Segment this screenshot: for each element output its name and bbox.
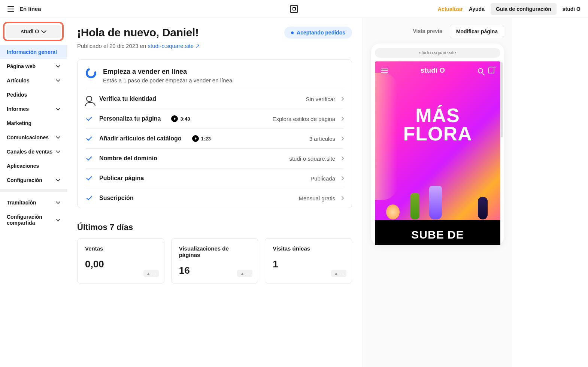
chevron-down-icon	[56, 78, 60, 82]
task-row[interactable]: SuscripciónMensual gratis	[86, 188, 343, 208]
preview-panel: Vista previa Modificar página studi-o.sq…	[363, 18, 512, 367]
task-row[interactable]: Nombre del dominiostudi-o.square.site	[86, 148, 343, 168]
stats-heading: Últimos 7 días	[77, 222, 352, 232]
sidebar-item-0[interactable]: Información general	[0, 45, 67, 59]
sidebar-item-label: Información general	[7, 49, 57, 55]
chevron-down-icon	[56, 200, 60, 204]
topbar: En línea Actualizar Ayuda Guía de config…	[0, 0, 588, 18]
task-meta: 3 artículos	[309, 136, 335, 142]
chevron-down-icon	[56, 217, 60, 221]
hero-decoration	[429, 186, 442, 219]
order-status-label: Aceptando pedidos	[297, 30, 345, 36]
task-title: Añadir artículos del catálogo	[99, 135, 182, 142]
task-title: Publicar página	[99, 175, 144, 182]
stat-card[interactable]: Visitas únicas1▲ —	[265, 238, 352, 283]
site-switcher[interactable]: studi O	[6, 25, 61, 38]
stat-label: Ventas	[85, 245, 157, 252]
site-url-link[interactable]: studi-o.square.site ↗	[148, 43, 200, 49]
sidebar-item-label: Marketing	[7, 120, 31, 126]
site-hero[interactable]: studi O MÁS FLORA SUBE DE	[375, 61, 500, 245]
external-link-icon: ↗	[195, 43, 200, 49]
topbar-left: En línea	[7, 6, 41, 12]
preview-scrollbar[interactable]	[501, 62, 503, 137]
check-icon	[86, 194, 92, 200]
chevron-down-icon	[41, 28, 46, 33]
search-icon[interactable]	[478, 68, 483, 73]
preview-url: studi-o.square.site	[375, 48, 500, 58]
onboarding-title: Empieza a vender en línea	[103, 68, 234, 76]
sidebar-item-4[interactable]: Informes	[0, 102, 67, 116]
sidebar-item-8[interactable]: Aplicaciones	[0, 159, 67, 173]
publish-info: Publicado el 20 dic 2023 en studi-o.squa…	[77, 43, 352, 49]
task-row[interactable]: Añadir artículos del catálogo1:233 artíc…	[86, 128, 343, 148]
sidebar-item-label: Configuración compartida	[7, 214, 52, 226]
task-row[interactable]: Publicar páginaPublicada	[86, 168, 343, 188]
onboarding-subtitle: Estás a 1 paso de poder empezar a vender…	[103, 77, 234, 84]
task-row[interactable]: Verifica tu identidadSin verificar	[86, 89, 343, 109]
sidebar-item-9[interactable]: Configuración	[0, 173, 67, 187]
phone-preview: studi-o.square.site studi O MÁS FLORA	[371, 43, 504, 245]
task-title: Nombre del dominio	[99, 155, 157, 162]
sidebar-item-label: Tramitación	[7, 200, 36, 206]
hero-decoration	[386, 204, 400, 219]
help-link[interactable]: Ayuda	[469, 6, 485, 12]
square-logo[interactable]	[290, 5, 298, 13]
sidebar: studi O Información generalPágina webArt…	[0, 18, 67, 367]
chevron-down-icon	[56, 177, 60, 181]
stat-value: 1	[273, 258, 344, 270]
check-icon	[86, 115, 92, 121]
sidebar-item-label: Comunicaciones	[7, 134, 49, 140]
chevron-right-icon	[340, 97, 344, 101]
progress-ring-icon	[84, 66, 98, 80]
chevron-down-icon	[56, 134, 60, 139]
task-title: Personaliza tu página	[99, 115, 161, 122]
check-icon	[86, 135, 92, 141]
topbar-right: Actualizar Ayuda Guía de configuración s…	[438, 3, 581, 15]
sidebar-item-label: Página web	[7, 63, 36, 69]
site-logo[interactable]: studi O	[421, 67, 445, 75]
menu-icon[interactable]	[7, 6, 14, 12]
task-meta: Publicada	[310, 175, 335, 182]
tab-edit-page[interactable]: Modificar página	[450, 25, 504, 38]
sidebar-item-3[interactable]: Pedidos	[0, 88, 67, 102]
check-icon	[86, 155, 92, 161]
chevron-right-icon	[340, 136, 344, 140]
main-content: ¡Hola de nuevo, Daniel! Aceptando pedido…	[67, 18, 363, 367]
stat-card[interactable]: Visualizaciones de páginas16▲ —	[171, 238, 258, 283]
hero-decoration	[410, 193, 419, 219]
chevron-down-icon	[56, 106, 60, 110]
video-duration: 1:23	[201, 136, 211, 142]
stat-label: Visitas únicas	[273, 245, 344, 252]
account-menu[interactable]: studi O	[563, 6, 581, 12]
site-switcher-label: studi O	[21, 28, 39, 34]
sidebar-item-6[interactable]: Comunicaciones	[0, 130, 67, 145]
sidebar-lower-item-0[interactable]: Tramitación	[0, 195, 67, 210]
setup-guide-button[interactable]: Guía de configuración	[491, 3, 557, 15]
sidebar-item-2[interactable]: Artículos	[0, 73, 67, 88]
cart-icon[interactable]	[488, 68, 494, 73]
order-status-pill[interactable]: Aceptando pedidos	[284, 27, 352, 39]
sidebar-item-label: Aplicaciones	[7, 163, 39, 169]
tab-preview[interactable]: Vista previa	[407, 25, 448, 38]
page-greeting: ¡Hola de nuevo, Daniel!	[77, 26, 199, 39]
sidebar-item-label: Artículos	[7, 78, 30, 84]
sidebar-item-7[interactable]: Canales de ventas	[0, 145, 67, 159]
sidebar-lower-item-1[interactable]: Configuración compartida	[0, 210, 67, 230]
stat-trend-badge: ▲ —	[143, 270, 159, 277]
task-row[interactable]: Personaliza tu página3:43Explora estilos…	[86, 109, 343, 128]
check-icon	[86, 175, 92, 181]
chevron-right-icon	[340, 156, 344, 160]
task-video-badge[interactable]: 3:43	[171, 115, 190, 122]
update-link[interactable]: Actualizar	[438, 6, 463, 12]
sidebar-item-label: Pedidos	[7, 92, 27, 98]
hero-decoration	[478, 197, 488, 219]
hero-band-text: SUBE DE	[375, 220, 500, 245]
play-icon	[192, 135, 199, 142]
chevron-right-icon	[340, 176, 344, 180]
stat-value: 0,00	[85, 258, 157, 270]
task-video-badge[interactable]: 1:23	[192, 135, 211, 142]
sidebar-item-5[interactable]: Marketing	[0, 116, 67, 130]
sidebar-item-1[interactable]: Página web	[0, 59, 67, 73]
task-title: Suscripción	[99, 195, 134, 201]
stat-card[interactable]: Ventas0,00▲ —	[77, 238, 164, 283]
